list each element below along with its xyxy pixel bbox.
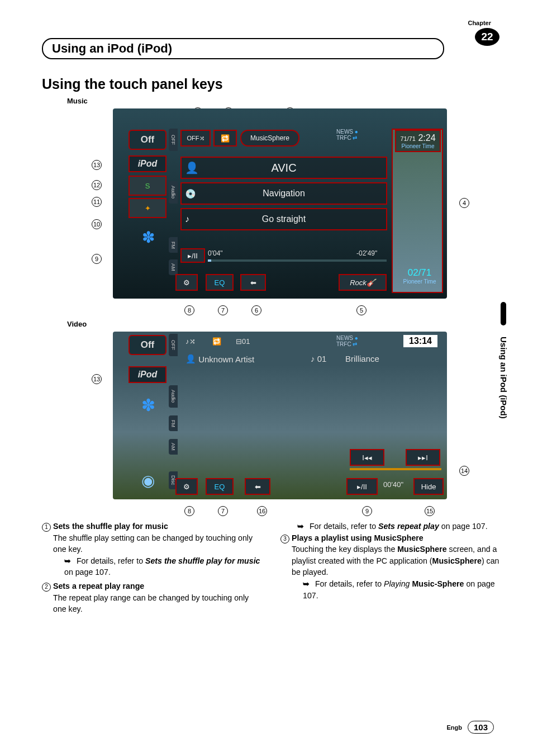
- prev-button[interactable]: I◂◂: [350, 449, 384, 466]
- section-heading: Using the touch panel keys: [42, 76, 502, 92]
- shuffle-button[interactable]: OFF⤮: [180, 130, 211, 147]
- right-column: For details, refer to Sets repeat play o…: [280, 521, 502, 617]
- play-pause-icon: ▸/II: [188, 252, 198, 260]
- eq-button[interactable]: EQ: [206, 274, 234, 291]
- guitar-icon: 🎸: [367, 278, 375, 287]
- circled-2: 2: [42, 583, 51, 592]
- repeat-icon-v: 🔁: [212, 337, 221, 346]
- track-title-v: Brilliance: [345, 354, 379, 363]
- repeat-button[interactable]: 🔁: [213, 130, 237, 147]
- prev-icon: I◂◂: [362, 453, 372, 462]
- settings-button-v[interactable]: ⚙: [175, 478, 198, 495]
- circled-3: 3: [280, 535, 289, 544]
- repeat-icon: 🔁: [221, 134, 230, 143]
- left-icon-3[interactable]: ✽: [131, 223, 165, 251]
- item1-text: The shuffle play setting can be changed …: [53, 533, 253, 554]
- chapter-indicator: ⊟ 01: [236, 337, 250, 346]
- progress-bar[interactable]: [208, 259, 387, 262]
- callout-9-v: 9: [362, 506, 372, 516]
- callout-12: 12: [92, 180, 102, 190]
- music-screenshot: 1 2 3 13 12 11 10 9 4 8 7 6 5 Off OFF Au…: [78, 108, 447, 315]
- note-icon: ♪: [185, 214, 189, 224]
- video-label: Video: [67, 320, 502, 328]
- next-icon: ▸▸I: [418, 453, 428, 462]
- hide-button[interactable]: Hide: [413, 478, 444, 495]
- back-button[interactable]: ⬅: [240, 274, 266, 291]
- repeat-indicator-v: 🔁: [212, 337, 221, 346]
- genre-button[interactable]: Rock 🎸: [339, 274, 387, 291]
- callout-4: 4: [459, 198, 469, 208]
- elapsed-v: 00'40": [383, 480, 403, 489]
- item2-ref: For details, refer to Sets repeat play o…: [297, 521, 502, 532]
- clock-v: 13:14: [403, 335, 437, 347]
- circled-1: 1: [42, 523, 51, 532]
- eq-button-v[interactable]: EQ: [206, 478, 234, 495]
- remaining-time: -02'49": [356, 249, 377, 257]
- video-screenshot: 13 14 8 7 16 9 15 Off OFF Audio FM AM Di…: [78, 332, 447, 516]
- item3-text: Touching the key displays the MusicSpher…: [292, 545, 499, 577]
- musicsphere-button[interactable]: MusicSphere: [240, 130, 299, 147]
- item3-ref: For details, refer to Playing Music-Sphe…: [303, 578, 502, 601]
- left-icon-disc-v[interactable]: ◉: [131, 468, 165, 493]
- source-ipod-button-v[interactable]: iPod: [129, 366, 166, 383]
- trfc-icon-v: ⇄: [353, 341, 357, 347]
- bluetooth-icon-v: ✽: [141, 395, 155, 415]
- title-row[interactable]: ♪ Go straight: [180, 208, 387, 230]
- side-tab-off-v[interactable]: OFF: [169, 334, 178, 356]
- side-tab-fm-v[interactable]: FM: [169, 415, 178, 431]
- callout-13-v: 13: [92, 374, 102, 384]
- callout-9: 9: [92, 254, 102, 264]
- side-tab-fm[interactable]: FM: [169, 237, 178, 253]
- shuffle-icon: ⤮: [199, 135, 204, 142]
- news-trfc-indicator: NEWS ● TRFC ⇄: [336, 129, 358, 141]
- off-button[interactable]: Off: [129, 130, 166, 150]
- callout-6: 6: [251, 305, 261, 315]
- chapter-number-badge: 22: [475, 28, 499, 46]
- play-pause-button-v[interactable]: ▸/II: [346, 478, 378, 495]
- left-icon-1[interactable]: S: [129, 176, 166, 196]
- play-pause-button[interactable]: ▸/II: [180, 248, 205, 263]
- news-trfc-indicator-v: NEWS ● TRFC ⇄: [336, 335, 358, 347]
- elapsed-time: 0'04": [208, 249, 223, 257]
- callout-5: 5: [356, 305, 367, 315]
- callout-8: 8: [184, 305, 194, 315]
- item1-heading: Sets the shuffle play for music: [53, 522, 168, 531]
- artist-icon: 👤: [185, 161, 199, 174]
- back-icon: ⬅: [250, 278, 256, 287]
- next-button[interactable]: ▸▸I: [406, 449, 440, 466]
- gear-icon: ⚙: [183, 278, 190, 287]
- callout-10: 10: [92, 219, 102, 229]
- left-icon-2[interactable]: ✦: [129, 198, 166, 218]
- callout-15: 15: [425, 506, 435, 516]
- side-tab-am[interactable]: AM: [169, 259, 178, 275]
- compass-icon: ✦: [145, 204, 151, 212]
- play-pause-icon-v: ▸/II: [357, 483, 367, 491]
- artist-row[interactable]: 👤 AVIC: [180, 157, 387, 179]
- source-ipod-button[interactable]: iPod: [129, 155, 166, 172]
- side-tab-off[interactable]: OFF: [169, 129, 178, 151]
- item2-text: The repeat play range can be changed by …: [53, 593, 249, 614]
- settings-button[interactable]: ⚙: [175, 274, 198, 291]
- side-tab-am-v[interactable]: AM: [169, 439, 178, 455]
- note-icon-v: ♪: [311, 354, 315, 363]
- item3-heading: Plays a playlist using MusicSphere: [292, 533, 423, 542]
- item2-heading: Sets a repeat play range: [53, 582, 144, 590]
- off-button-v[interactable]: Off: [129, 335, 166, 355]
- track-no-v: ♪ 01: [311, 354, 326, 363]
- back-button-v[interactable]: ⬅: [245, 478, 270, 495]
- bluetooth-icon: ✽: [142, 228, 155, 247]
- news-icon: ●: [355, 129, 358, 135]
- callout-13: 13: [92, 160, 102, 170]
- left-column: 1 Sets the shuffle play for music The sh…: [42, 521, 264, 617]
- clock-panel: 71/71 2:24 Pioneer Time: [395, 130, 441, 152]
- chapter-label: Chapter: [468, 20, 491, 26]
- side-tab-audio[interactable]: Audio: [169, 181, 178, 204]
- album-row[interactable]: 💿 Navigation: [180, 182, 387, 205]
- progress-bar-v[interactable]: [350, 468, 441, 470]
- page-footer: Engb 103: [446, 721, 494, 734]
- track-bottom-panel: 02/71 Pioneer Time: [397, 267, 442, 285]
- left-icon-bt-v[interactable]: ✽: [131, 391, 165, 419]
- callout-16: 16: [257, 506, 267, 516]
- side-tab-audio-v[interactable]: Audio: [169, 385, 178, 408]
- album-icon: 💿: [185, 188, 196, 199]
